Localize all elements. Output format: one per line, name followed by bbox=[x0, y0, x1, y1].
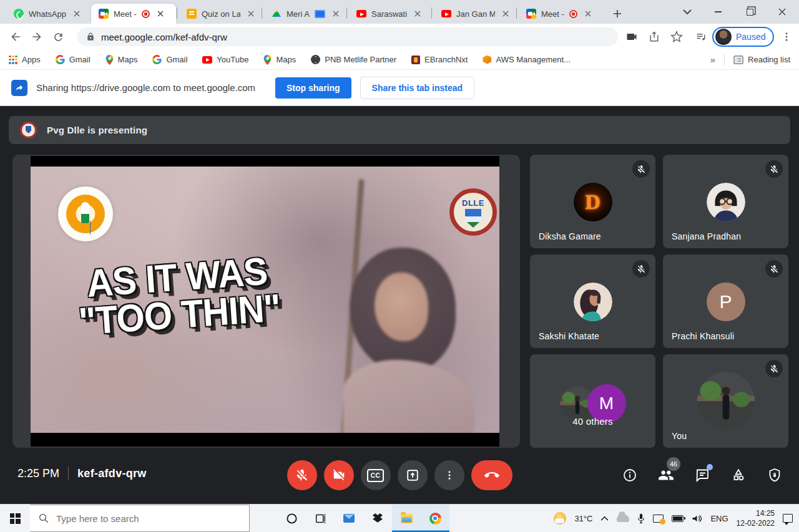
share-page-icon[interactable] bbox=[647, 29, 662, 44]
share-tab-instead-button[interactable]: Share this tab instead bbox=[360, 77, 474, 99]
tab-search-chevron-icon[interactable] bbox=[673, 0, 702, 24]
dropbox-icon bbox=[373, 513, 383, 523]
volume-icon[interactable] bbox=[692, 514, 702, 523]
meeting-side-controls: 46 bbox=[622, 460, 783, 490]
mic-toggle-button[interactable] bbox=[287, 460, 317, 490]
tab-drive[interactable]: Meri A bbox=[264, 4, 346, 24]
forward-button[interactable] bbox=[26, 26, 47, 47]
reading-list-button[interactable]: Reading list bbox=[733, 55, 790, 64]
search-input[interactable] bbox=[30, 513, 249, 524]
close-tab-icon[interactable] bbox=[71, 8, 82, 19]
onedrive-icon[interactable] bbox=[617, 515, 629, 522]
close-window-button[interactable] bbox=[768, 0, 797, 24]
close-tab-icon[interactable] bbox=[155, 8, 166, 19]
bookmark-pnb[interactable]: PNB Metlife Partner bbox=[311, 55, 396, 64]
close-tab-icon[interactable] bbox=[582, 8, 594, 19]
profile-paused-chip[interactable]: Paused bbox=[712, 27, 774, 47]
tab-whatsapp[interactable]: WhatsApp bbox=[6, 4, 89, 24]
meeting-details-button[interactable] bbox=[622, 467, 638, 483]
participant-tile-diksha[interactable]: D Diksha Gamare bbox=[530, 155, 655, 248]
slide-left-logo bbox=[58, 186, 113, 241]
bookmarks-overflow-chevron[interactable]: » bbox=[710, 54, 715, 65]
taskbar-task-view[interactable] bbox=[306, 505, 335, 532]
file-explorer-icon bbox=[401, 514, 413, 523]
weather-icon[interactable] bbox=[554, 512, 566, 525]
close-tab-icon[interactable] bbox=[412, 8, 423, 19]
leave-call-button[interactable] bbox=[471, 460, 512, 490]
temperature-text[interactable]: 31°C bbox=[574, 514, 592, 523]
bookmark-gmail-2[interactable]: Gmail bbox=[152, 55, 187, 64]
browser-menu-icon[interactable] bbox=[779, 29, 794, 44]
participant-name: Sakshi Khatate bbox=[539, 331, 599, 341]
tab-meet-active[interactable]: Meet - bbox=[91, 4, 176, 24]
tab-youtube-2[interactable]: Jan Gan M bbox=[434, 4, 516, 24]
back-button[interactable] bbox=[5, 26, 26, 47]
participant-tile-others[interactable]: M 40 others bbox=[530, 354, 655, 448]
participant-tile-sanjana[interactable]: Sanjana Pradhan bbox=[663, 155, 788, 248]
action-center-icon[interactable] bbox=[783, 514, 793, 523]
new-tab-button[interactable] bbox=[609, 5, 626, 22]
bookmark-maps[interactable]: Maps bbox=[105, 55, 138, 65]
participant-tile-sakshi[interactable]: Sakshi Khatate bbox=[530, 254, 655, 348]
close-tab-icon[interactable] bbox=[330, 8, 341, 19]
participants-button[interactable]: 46 bbox=[658, 467, 674, 483]
more-options-button[interactable] bbox=[434, 460, 464, 490]
tab-youtube-1[interactable]: Saraswati bbox=[349, 4, 431, 24]
start-button[interactable] bbox=[0, 505, 30, 532]
restore-window-button[interactable] bbox=[735, 0, 764, 24]
bookmark-star-icon[interactable] bbox=[669, 29, 684, 44]
chat-button[interactable] bbox=[694, 467, 710, 483]
taskbar-file-explorer[interactable] bbox=[392, 505, 421, 532]
captions-button[interactable]: CC bbox=[361, 460, 391, 490]
tab-camera-icon[interactable] bbox=[624, 29, 639, 44]
meet-icon bbox=[99, 9, 109, 19]
avatar bbox=[574, 283, 612, 321]
tray-expand-chevron-icon[interactable] bbox=[600, 516, 609, 521]
close-tab-icon[interactable] bbox=[245, 8, 257, 19]
url-text: meet.google.com/kef-afdv-qrw bbox=[101, 32, 227, 42]
address-bar[interactable]: meet.google.com/kef-afdv-qrw bbox=[77, 27, 618, 46]
taskbar-chrome[interactable] bbox=[421, 505, 449, 532]
sharing-icon bbox=[11, 80, 27, 96]
sharing-message: Sharing https://drive.google.com to meet… bbox=[36, 82, 255, 93]
reload-button[interactable] bbox=[47, 26, 69, 47]
bookmark-aws[interactable]: AWS Management... bbox=[483, 55, 570, 64]
presenter-logo bbox=[20, 122, 37, 138]
taskbar-mail[interactable] bbox=[335, 505, 363, 532]
slide-frame: DLLE AS IT WAS "TOO THIN" bbox=[31, 167, 499, 433]
mic-off-icon bbox=[632, 260, 650, 278]
mic-off-icon bbox=[765, 160, 783, 178]
taskbar-dropbox[interactable] bbox=[363, 505, 392, 532]
stop-sharing-button[interactable]: Stop sharing bbox=[275, 77, 351, 99]
google-g-icon bbox=[56, 55, 65, 64]
activities-button[interactable] bbox=[730, 467, 747, 483]
camera-toggle-button[interactable] bbox=[324, 460, 354, 490]
tab-meet-2[interactable]: Meet - bbox=[519, 4, 601, 24]
battery-icon[interactable] bbox=[672, 515, 684, 522]
taskbar-clock[interactable]: 14:25 12-02-2022 bbox=[737, 508, 775, 528]
language-indicator[interactable]: ENG bbox=[710, 514, 728, 523]
bookmark-youtube[interactable]: YouTube bbox=[202, 55, 248, 64]
tab-quiz[interactable]: Quiz on La bbox=[179, 4, 262, 24]
display-cast-icon[interactable] bbox=[653, 515, 664, 523]
tray-mic-icon[interactable] bbox=[637, 513, 645, 524]
taskbar-cortana[interactable] bbox=[277, 505, 306, 532]
media-controls-icon[interactable] bbox=[694, 29, 709, 44]
bookmark-ebranchnxt[interactable]: EBranchNxt bbox=[411, 55, 468, 64]
apps-grid-icon bbox=[9, 56, 17, 64]
bookmark-apps[interactable]: Apps bbox=[9, 55, 41, 64]
recording-icon bbox=[569, 10, 577, 18]
present-button[interactable] bbox=[398, 460, 428, 490]
presenting-banner: Pvg Dlle is presenting bbox=[9, 116, 790, 144]
close-tab-icon[interactable] bbox=[500, 8, 511, 19]
whatsapp-icon bbox=[14, 9, 24, 19]
minimize-button[interactable] bbox=[703, 0, 732, 24]
host-controls-button[interactable] bbox=[767, 467, 783, 483]
taskbar-search[interactable] bbox=[30, 505, 250, 532]
participant-tile-you[interactable]: You bbox=[663, 354, 788, 448]
browser-tab-strip: WhatsApp Meet - Quiz on La Meri A Sarasw… bbox=[0, 0, 799, 24]
bookmark-gmail[interactable]: Gmail bbox=[56, 55, 91, 64]
participant-tile-prachi[interactable]: P Prachi Khansuli bbox=[663, 254, 788, 348]
presentation-tile[interactable]: DLLE AS IT WAS "TOO THIN" bbox=[12, 155, 520, 448]
bookmark-maps-2[interactable]: Maps bbox=[263, 55, 296, 65]
